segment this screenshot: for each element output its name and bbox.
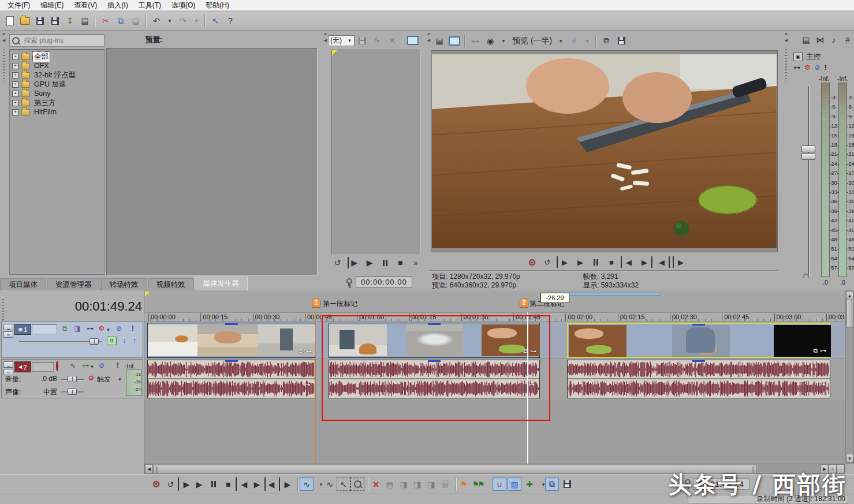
audio-event[interactable]: ⊶	[567, 360, 830, 398]
generator-keyframe-area[interactable]	[331, 50, 420, 255]
marker-flag-2[interactable]: 2	[520, 298, 528, 308]
make-compositing-parent-button[interactable]: ↑	[129, 337, 140, 345]
scroll-up-button[interactable]: ▲	[846, 291, 853, 300]
plugin-tree-label[interactable]: 第三方	[33, 98, 57, 108]
marker-flag-1[interactable]: 1	[312, 298, 320, 308]
play-button[interactable]: ▶	[192, 477, 206, 491]
scrollbar-thumb[interactable]	[846, 300, 854, 327]
import-media-button[interactable]: ↧	[63, 14, 77, 28]
plugin-tree-label[interactable]: HitFilm	[33, 108, 58, 116]
render-as-button[interactable]	[48, 14, 62, 28]
preview-quality-dropdown[interactable]: 预览 (一半)	[510, 34, 554, 48]
audio-event[interactable]: ⊶	[147, 360, 315, 398]
split-event-button[interactable]: ◨	[397, 477, 411, 491]
menu-item[interactable]: 帮助(H)	[200, 1, 234, 10]
chevron-down-icon[interactable]: ▾	[117, 376, 122, 382]
close-icon[interactable]: ✕	[784, 32, 788, 38]
copy-snapshot-button[interactable]: ⧉	[599, 34, 613, 48]
stop-button[interactable]: ■	[395, 257, 406, 268]
event-fx-icon[interactable]: ⊶	[820, 347, 826, 354]
menu-item[interactable]: 查看(V)	[69, 1, 102, 10]
mixer-properties-button[interactable]: ▤	[801, 33, 811, 47]
record-button[interactable]	[525, 256, 538, 268]
cut-button[interactable]: ✂	[99, 14, 113, 28]
mixer-panel-grip[interactable]: ✕ ◀	[783, 32, 789, 274]
go-to-end-button[interactable]: ▶	[250, 477, 266, 491]
close-icon[interactable]: ✕	[2, 32, 6, 38]
video-event[interactable]: ⧉⊶	[147, 323, 315, 358]
close-icon[interactable]: ✕	[427, 32, 431, 38]
overlays-dropdown[interactable]: ▾	[582, 34, 592, 48]
loop-playback-button[interactable]: ↺	[332, 257, 343, 268]
plugin-tree-item[interactable]: + 32-bit 浮点型	[10, 70, 104, 80]
previous-frame-button[interactable]: ◀	[655, 256, 670, 268]
play-button[interactable]: ▶	[364, 257, 375, 268]
timeline-timecode-display[interactable]: 00:01:49.24	[62, 299, 142, 314]
insert-event-button[interactable]: ✚	[523, 477, 536, 491]
mute-button[interactable]: ⊘	[815, 64, 821, 72]
external-monitor-button[interactable]	[447, 34, 461, 48]
loop-playback-button[interactable]: ↺	[541, 256, 554, 268]
expand-icon[interactable]: +	[12, 109, 18, 115]
mute-button[interactable]: ⊘	[96, 361, 107, 369]
open-button[interactable]	[18, 14, 32, 28]
preset-select[interactable]: (无)▾	[328, 35, 355, 46]
expand-icon[interactable]: +	[12, 91, 18, 97]
scroll-left-button[interactable]: ◀	[145, 464, 153, 473]
plugin-tree-item[interactable]: + HitFilm	[10, 107, 104, 117]
master-fader-handle[interactable]	[801, 153, 815, 160]
expand-icon[interactable]: +	[12, 72, 18, 79]
timeline-grip[interactable]	[2, 299, 4, 322]
plugin-panel-grip[interactable]: ✕ ◀	[0, 32, 8, 274]
collapse-icon[interactable]: ◀	[785, 38, 788, 44]
save-snapshot-button[interactable]	[614, 34, 628, 48]
dock-tab[interactable]: 视频特效	[148, 278, 194, 290]
minimize-track-button[interactable]: ▁	[3, 324, 13, 330]
bypass-motion-blur-button[interactable]: ⧉	[59, 324, 70, 333]
lock-event-button[interactable]	[438, 477, 452, 491]
normal-edit-tool-button[interactable]: ∿	[300, 477, 314, 491]
compositing-mode-button[interactable]: α	[107, 337, 117, 345]
loop-region-bar[interactable]	[568, 293, 661, 296]
play-from-start-button[interactable]: ▶	[348, 257, 360, 268]
plugin-tree-label[interactable]: Sony	[33, 89, 52, 98]
solo-button[interactable]: !	[128, 324, 138, 333]
audio-track-header[interactable]: ▁ ▭ ◀2 ∿ ⊶ ▾ ⊘ ! -Inf. 音量: .0 dB ⚙ 触发 ▾ …	[1, 359, 143, 398]
plugin-tree-item[interactable]: + OFX	[10, 61, 104, 70]
search-input[interactable]	[23, 36, 94, 45]
undo-dropdown[interactable]: ▾	[165, 14, 175, 28]
animate-button[interactable]: ϟ	[370, 33, 384, 47]
next-frame-button[interactable]: ▶	[279, 477, 294, 491]
go-to-end-button[interactable]: ▶	[638, 256, 652, 268]
automation-device-button[interactable]: ⚙	[86, 374, 96, 382]
go-to-start-button[interactable]: ◀	[621, 256, 635, 268]
track-level-slider[interactable]	[19, 341, 102, 343]
menu-item[interactable]: 插入(I)	[102, 1, 133, 10]
menu-item[interactable]: 选项(O)	[166, 1, 200, 10]
ignore-event-grouping-button[interactable]: ⧉	[545, 477, 559, 491]
project-properties-button[interactable]: ▤	[78, 14, 92, 28]
video-output-fx-button[interactable]: ⊶	[468, 34, 482, 48]
stop-button[interactable]: ■	[605, 256, 618, 268]
pause-button[interactable]	[380, 257, 391, 268]
redo-dropdown[interactable]: ▾	[191, 14, 202, 28]
scroll-down-button[interactable]: ▼	[846, 454, 853, 463]
split-trim-right-button[interactable]: ◨	[424, 477, 438, 491]
plugin-tree-item[interactable]: + GPU 加速	[10, 80, 104, 89]
event-fx-icon[interactable]: ⊶	[819, 381, 825, 389]
pan-slider-handle[interactable]	[68, 389, 77, 395]
zoom-edit-tool-button[interactable]	[350, 477, 364, 491]
event-fx-icon[interactable]: ⊶	[304, 381, 310, 389]
pan-crop-icon[interactable]: ⧉	[299, 348, 303, 355]
delete-preset-button[interactable]: ✕	[385, 33, 399, 47]
plugin-tree-label[interactable]: OFX	[33, 62, 50, 70]
minimize-track-button[interactable]: ▁	[3, 361, 13, 368]
collapse-icon[interactable]: ◀	[2, 38, 5, 44]
chevron-down-icon[interactable]: ▾	[89, 364, 95, 369]
delete-button[interactable]: ✕	[369, 477, 383, 491]
record-into-track-button[interactable]	[560, 477, 574, 491]
close-icon[interactable]: ✕	[323, 32, 327, 38]
presets-area[interactable]	[106, 48, 318, 275]
play-from-start-button[interactable]: ▶	[178, 477, 193, 491]
level-slider-handle[interactable]	[89, 338, 99, 345]
